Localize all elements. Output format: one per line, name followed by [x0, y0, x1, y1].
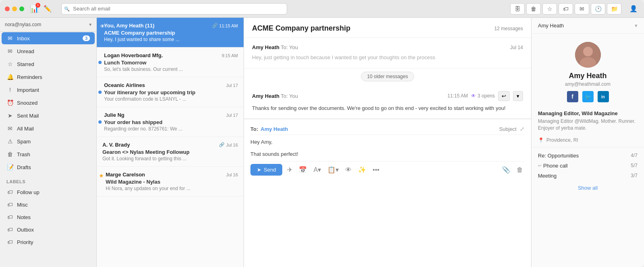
folder-button[interactable]: 📁: [607, 3, 621, 14]
contact-name: Amy Heath: [569, 72, 606, 80]
delete-button[interactable]: 🗑: [526, 3, 541, 14]
minimize-button[interactable]: [12, 6, 17, 11]
important-icon: !: [6, 87, 14, 93]
compose-button[interactable]: ✏️: [42, 3, 53, 14]
archive-button[interactable]: 🗄: [510, 3, 525, 14]
email-sender: You, Amy Heath (11): [104, 23, 154, 29]
label-misc-icon: 🏷: [6, 201, 14, 208]
sidebar-item-followup[interactable]: 🏷 Follow up: [2, 186, 95, 198]
send-icon: ➤: [257, 167, 261, 173]
compose-toolbar: ➤ Send ✈ 📅 A▾ 📋▾ 👁 ✨ ••• 📎 🗑: [250, 161, 525, 176]
sidebar-item-label: All Mail: [17, 126, 90, 132]
sidebar-item-important[interactable]: ! Important: [2, 84, 95, 96]
account-email: nora@nylas.com: [5, 22, 41, 27]
sidebar-item-starred[interactable]: ☆ Starred: [2, 58, 95, 70]
compose-to-value[interactable]: Amy Heath: [261, 126, 499, 132]
more-button[interactable]: ▾: [513, 91, 523, 101]
older-messages-button[interactable]: 10 older messages: [361, 72, 414, 81]
label-button[interactable]: 🏷: [559, 3, 573, 14]
sidebar-item-drafts[interactable]: 📝 Drafts: [2, 161, 95, 173]
close-button[interactable]: [5, 6, 10, 11]
sidebar-item-label: Spam: [17, 139, 90, 145]
label-priority-icon: 🏷: [6, 239, 14, 245]
show-all-section: Show all: [538, 181, 638, 195]
sidebar-item-label: Notes: [17, 214, 90, 220]
email-time: 9:15 AM: [222, 53, 238, 58]
related-count: 5/7: [631, 163, 638, 168]
related-item: ↩ Phone call 5/7: [538, 161, 638, 171]
sidebar-item-allmail[interactable]: ✉ All Mail: [2, 122, 95, 135]
snoozed-icon: ⏰: [6, 99, 14, 106]
thread-msg-header: Amy Heath To: You Jul 14: [252, 44, 523, 50]
linkedin-button[interactable]: in: [598, 91, 609, 102]
email-preview: So, let's talk business. Our current ...: [104, 66, 238, 72]
delete-compose-button[interactable]: 🗑: [515, 165, 525, 175]
maximize-button[interactable]: [19, 6, 24, 11]
ai-button[interactable]: ✨: [356, 164, 368, 175]
profile-button[interactable]: 👤: [628, 3, 639, 14]
contact-bio: Managing Editor @WildMag. Mother. Runner…: [538, 118, 638, 132]
contact-expand-icon[interactable]: ▾: [635, 23, 638, 29]
account-expand-icon[interactable]: ▾: [89, 22, 92, 27]
label-outbox-icon: 🏷: [6, 226, 14, 233]
attachment-button[interactable]: 📎: [500, 164, 512, 175]
titlebar: 📊1 ✏️ 🗄 🗑 ☆ 🏷 ✉ 🕐 📁 👤: [0, 0, 644, 18]
compose-body[interactable]: Hey Amy,That sounds perfect!: [250, 135, 525, 161]
thread-body: Hey, just getting in touch because I wan…: [252, 54, 523, 62]
email-item[interactable]: 👁 You, Amy Heath (11) 🔗 11:15 AM ACME Co…: [97, 18, 244, 48]
search-input[interactable]: [61, 3, 287, 14]
sidebar-item-outbox[interactable]: 🏷 Outbox: [2, 224, 95, 236]
thread-time: 11:15 AM: [448, 93, 468, 99]
unread-dot: [98, 91, 102, 94]
reply-button[interactable]: ↩: [498, 91, 510, 101]
avatar-image: [575, 42, 601, 68]
send-label: Send: [264, 167, 276, 173]
compose-expand-icon[interactable]: ⤢: [520, 126, 525, 132]
email-header: Oceanic Airlines Jul 17: [104, 82, 238, 88]
inbox-badge: 3: [83, 35, 90, 41]
sidebar-item-unread[interactable]: ✉ Unread: [2, 45, 95, 57]
email-item[interactable]: A. V. Brady 🔗 Jul 16 Gearon <> Nylas Mee…: [97, 137, 244, 167]
email-header: Marge Carelson Jul 16: [106, 172, 238, 178]
sidebar-item-label: Inbox: [17, 35, 79, 41]
facebook-button[interactable]: f: [567, 91, 578, 102]
notification-icon[interactable]: 📊1: [30, 4, 39, 13]
spam-icon: ⚠: [6, 138, 14, 145]
related-label: Phone call: [543, 163, 568, 169]
sidebar-item-reminders[interactable]: 🔔 Reminders: [2, 71, 95, 83]
email-item[interactable]: Logan Hoverboard Mfg. 9:15 AM Lunch Tomo…: [97, 48, 244, 77]
email-item[interactable]: Julie Ng Jul 17 Your order has shipped R…: [97, 107, 244, 137]
more-options-button[interactable]: •••: [371, 165, 381, 175]
tracking-button[interactable]: 👁: [344, 165, 353, 175]
allmail-icon: ✉: [6, 125, 14, 132]
sidebar-item-spam[interactable]: ⚠ Spam: [2, 135, 95, 147]
sidebar-item-sentmail[interactable]: ➤ Sent Mail: [2, 110, 95, 122]
thread-message: Amy Heath To: You 11:15 AM 👁 3 opens ↩ ▾: [244, 85, 531, 119]
email-subject: Your order has shipped: [104, 119, 238, 125]
snooze-button[interactable]: 🕐: [591, 3, 605, 14]
sidebar-item-priority[interactable]: 🏷 Priority: [2, 236, 95, 248]
email-item[interactable]: ★ Marge Carelson Jul 16 Wild Magazine - …: [97, 167, 244, 197]
sidebar-item-snoozed[interactable]: ⏰ Snoozed: [2, 97, 95, 109]
related-count: 4/7: [631, 153, 638, 158]
format-button[interactable]: A▾: [312, 164, 323, 175]
sidebar-item-inbox[interactable]: ✉ Inbox 3: [2, 32, 95, 44]
sidebar-item-notes[interactable]: 🏷 Notes: [2, 211, 95, 223]
show-all-button[interactable]: Show all: [578, 185, 598, 191]
template-button[interactable]: 📋▾: [326, 164, 340, 175]
bell-icon: 🔔: [6, 74, 14, 80]
email-detail: ACME Company partnership 12 messages Amy…: [244, 18, 531, 267]
location-text: Providence, RI: [546, 137, 578, 143]
move-button[interactable]: ✉: [575, 3, 589, 14]
related-item: Re: Opportunities 4/7: [538, 151, 638, 161]
sidebar-item-misc[interactable]: 🏷 Misc: [2, 199, 95, 211]
sidebar-item-label: Important: [17, 87, 90, 93]
twitter-button[interactable]: 🐦: [582, 91, 594, 102]
email-item[interactable]: Oceanic Airlines Jul 17 Your itinerary f…: [97, 77, 244, 107]
schedule-button[interactable]: 📅: [297, 164, 308, 175]
sidebar-item-trash[interactable]: 🗑 Trash: [2, 148, 95, 160]
sidebar: nora@nylas.com ▾ ✉ Inbox 3 ✉ Unread ☆ St…: [0, 18, 97, 267]
star-button[interactable]: ☆: [542, 3, 557, 14]
discard-button[interactable]: ✈: [286, 164, 294, 175]
send-button[interactable]: ➤ Send: [250, 164, 282, 176]
